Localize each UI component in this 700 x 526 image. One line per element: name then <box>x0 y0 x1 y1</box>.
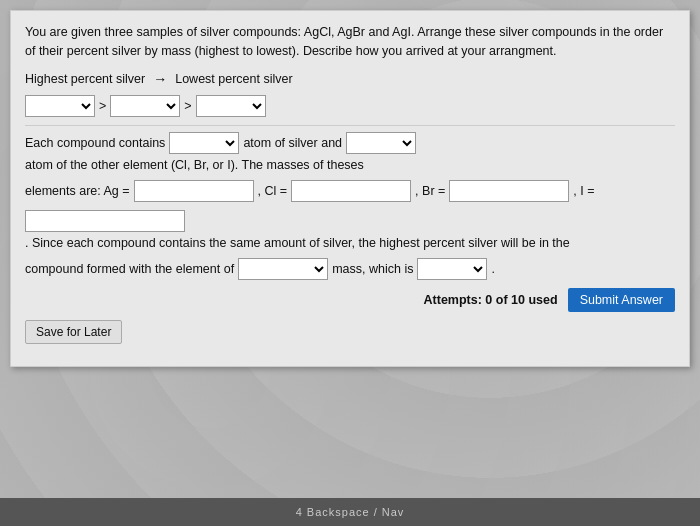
save-button[interactable]: Save for Later <box>25 320 122 344</box>
compound-formed-row: compound formed with the element of lowe… <box>25 258 675 280</box>
intro-text: You are given three samples of silver co… <box>25 23 675 61</box>
attempts-row: Attempts: 0 of 10 used Submit Answer <box>25 288 675 312</box>
ag-input[interactable] <box>134 180 254 202</box>
attempts-text: Attempts: 0 of 10 used <box>424 293 558 307</box>
cl-label: , Cl = <box>258 184 288 198</box>
lowest-label: Lowest percent silver <box>175 72 292 86</box>
save-row: Save for Later <box>25 320 675 344</box>
br-input[interactable] <box>449 180 569 202</box>
br-label: , Br = <box>415 184 445 198</box>
element-select[interactable]: lowesthighestmiddle <box>238 258 328 280</box>
atom-other-label: atom of the other element (Cl, Br, or I)… <box>25 158 364 172</box>
bottom-text: 4 Backspace / Nav <box>296 506 405 518</box>
order-row: Highest percent silver → Lowest percent … <box>25 71 675 87</box>
order1-select[interactable]: AgClAgBrAgI <box>25 95 95 117</box>
submit-button[interactable]: Submit Answer <box>568 288 675 312</box>
atom-silver-label: atom of silver and <box>243 136 342 150</box>
since-row: . Since each compound contains the same … <box>25 210 675 250</box>
mass-which-label: mass, which is <box>332 262 413 276</box>
arrow-icon: → <box>153 71 167 87</box>
elements-are-label: elements are: Ag = <box>25 184 130 198</box>
since-input[interactable] <box>25 210 185 232</box>
silver-atom-select[interactable]: 123 <box>169 132 239 154</box>
highest-label: Highest percent silver <box>25 72 145 86</box>
i-label: , I = <box>573 184 594 198</box>
main-panel: You are given three samples of silver co… <box>10 10 690 367</box>
compound-contains-row: Each compound contains 123 atom of silve… <box>25 132 675 172</box>
other-atom-select[interactable]: 123 <box>346 132 416 154</box>
order2-select[interactable]: AgClAgBrAgI <box>110 95 180 117</box>
since-text: . Since each compound contains the same … <box>25 236 570 250</box>
bottom-bar: 4 Backspace / Nav <box>0 498 700 526</box>
cl-input[interactable] <box>291 180 411 202</box>
compound-formed-label: compound formed with the element of <box>25 262 234 276</box>
dropdown-order-row: AgClAgBrAgI > AgClAgBrAgI > AgClAgBrAgI <box>25 95 675 117</box>
each-compound-label: Each compound contains <box>25 136 165 150</box>
order3-select[interactable]: AgClAgBrAgI <box>196 95 266 117</box>
elements-row: elements are: Ag = , Cl = , Br = , I = <box>25 180 675 202</box>
mass-select[interactable]: lowesthighest <box>417 258 487 280</box>
divider <box>25 125 675 126</box>
